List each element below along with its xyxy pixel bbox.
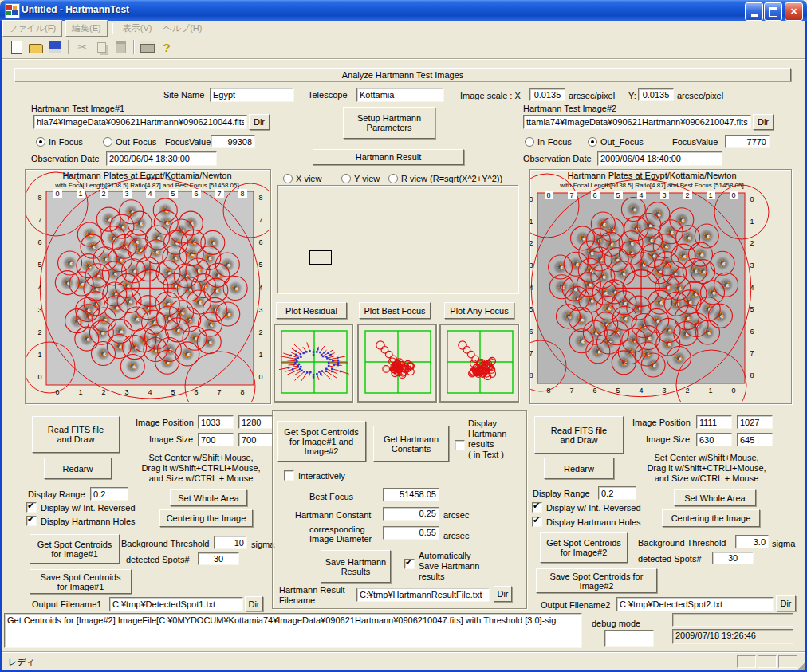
image2-focus-value-input[interactable]: [725, 135, 770, 148]
save-centroids-button-2[interactable]: Save Spot Centroids for Image#2: [536, 568, 657, 593]
svg-text:3: 3: [258, 306, 262, 314]
hartmann-image-2[interactable]: 876543210876543210012345678012345678: [530, 170, 789, 402]
redraw-button-2[interactable]: Redarw: [544, 458, 614, 479]
setup-parameters-button[interactable]: Setup Hartmann Parameters: [343, 107, 435, 139]
image2-in-focus-radio[interactable]: [525, 137, 534, 147]
redraw-button-1[interactable]: Redarw: [44, 458, 112, 479]
menu-edit[interactable]: 編集(E): [65, 20, 108, 37]
save-icon[interactable]: [45, 37, 65, 57]
hartmann-image-1[interactable]: 012345678012345678876543210876543210: [26, 170, 269, 402]
image-size-label-1: Image Size: [149, 434, 193, 444]
image2-path-input[interactable]: [523, 115, 751, 129]
image1-in-focus-label: In-Focus: [49, 137, 83, 147]
svg-text:3: 3: [124, 388, 128, 396]
svg-text:6: 6: [194, 388, 198, 396]
image-position-x-2[interactable]: [696, 415, 732, 429]
help-icon[interactable]: ?: [157, 37, 176, 57]
new-document-icon[interactable]: [7, 37, 26, 57]
image2-out-focus-radio[interactable]: [588, 137, 597, 147]
image1-obs-date-input[interactable]: [106, 151, 217, 166]
image1-focus-value-input[interactable]: [211, 135, 255, 148]
background-threshold-input-2[interactable]: [735, 535, 769, 548]
save-centroids-button-1[interactable]: Save Spot Centroids for Image#1: [30, 569, 132, 594]
int-reversed-checkbox-1[interactable]: ✔: [26, 502, 37, 513]
svg-text:8: 8: [240, 190, 244, 198]
y-view-radio[interactable]: [341, 174, 351, 183]
image-size-w-1[interactable]: [198, 433, 234, 446]
display-range-input-1[interactable]: [90, 487, 128, 501]
hartmann-holes-checkbox-1[interactable]: ✔: [26, 516, 37, 526]
scale-x-input[interactable]: [529, 88, 565, 101]
image-position-y-2[interactable]: [737, 415, 773, 429]
svg-text:4: 4: [148, 388, 152, 396]
svg-text:0: 0: [530, 195, 533, 203]
display-results-checkbox[interactable]: [455, 440, 465, 450]
x-view-radio[interactable]: [283, 174, 293, 183]
output2-dir-button[interactable]: Dir: [776, 595, 796, 611]
site-name-input[interactable]: [210, 88, 294, 102]
image-position-y-1[interactable]: [238, 415, 274, 429]
image-size-h-1[interactable]: [238, 433, 274, 446]
debug-mode-label: debug mode: [592, 619, 640, 628]
r-view-radio[interactable]: [388, 174, 398, 183]
centering-button-2[interactable]: Centering the Image: [662, 509, 760, 527]
svg-text:8: 8: [37, 194, 41, 202]
output-filename2-input[interactable]: [616, 597, 774, 611]
analyze-header-button[interactable]: Analyze Hartmann Test Images: [14, 68, 791, 81]
output-filename1-input[interactable]: [109, 597, 243, 611]
menu-help[interactable]: ヘルプ(H): [157, 21, 207, 36]
log-output[interactable]: Get Centroids for [Image#2] ImageFile[C:…: [4, 613, 582, 648]
interactively-checkbox[interactable]: [284, 470, 294, 481]
get-centroids-button-2[interactable]: Get Spot Centroids for Image#2: [540, 532, 628, 563]
image1-in-focus-radio[interactable]: [36, 137, 45, 147]
svg-text:7: 7: [569, 191, 573, 199]
resize-grip[interactable]: [797, 662, 805, 670]
image1-out-focus-radio[interactable]: [103, 137, 112, 147]
output1-dir-button[interactable]: Dir: [245, 596, 263, 611]
read-fits-button-1[interactable]: Read FITS file and Draw: [32, 416, 120, 453]
menu-view[interactable]: 表示(V): [117, 21, 158, 36]
read-fits-button-2[interactable]: Read FITS file and Draw: [534, 416, 624, 454]
get-both-centroids-button[interactable]: Get Spot Centroids for Image#1 and Image…: [277, 421, 366, 462]
hartmann-result-button[interactable]: Hartmann Result: [313, 149, 464, 165]
debug-mode-input[interactable]: [604, 630, 654, 647]
scale-y-input[interactable]: [638, 88, 674, 101]
window-left-border: [0, 21, 2, 672]
hartmann-holes-checkbox-2[interactable]: ✔: [532, 517, 542, 527]
open-folder-icon[interactable]: [26, 37, 45, 57]
image-position-x-1[interactable]: [198, 415, 234, 429]
telescope-input[interactable]: [356, 88, 444, 102]
title-bar[interactable]: Untitled - HartmannTest ✕: [0, 0, 807, 21]
toolbar-divider: [2, 58, 805, 60]
int-reversed-checkbox-2[interactable]: ✔: [532, 502, 542, 513]
cut-icon[interactable]: ✂: [73, 37, 92, 57]
best-focus-label: Best Focus: [309, 492, 353, 501]
image1-path-input[interactable]: [33, 115, 247, 129]
result-file-dir-button[interactable]: Dir: [494, 586, 512, 602]
save-hartmann-results-button[interactable]: Save Hartmann Results: [321, 550, 391, 583]
image-size-h-2[interactable]: [737, 433, 773, 446]
plot-any-focus-button[interactable]: Plot Any Focus: [444, 302, 514, 319]
result-filename-input[interactable]: [356, 588, 490, 602]
minimize-button[interactable]: [745, 2, 763, 21]
image2-obs-date-input[interactable]: [597, 151, 722, 166]
plot-best-focus-button[interactable]: Plot Best Focus: [359, 302, 431, 319]
print-icon[interactable]: [138, 37, 157, 57]
plot-residual-button[interactable]: Plot Residual: [276, 302, 347, 319]
get-centroids-button-1[interactable]: Get Spot Centroids for Image#1: [30, 534, 120, 564]
image1-dir-button[interactable]: Dir: [249, 114, 270, 130]
get-hartmann-constants-button[interactable]: Get Hartmann Constants: [373, 426, 449, 462]
maximize-button[interactable]: [764, 2, 782, 21]
auto-save-checkbox[interactable]: ✔: [404, 559, 415, 569]
centering-button-1[interactable]: Centering the Image: [159, 509, 253, 527]
image2-dir-button[interactable]: Dir: [753, 114, 774, 130]
image-size-w-2[interactable]: [696, 433, 732, 446]
set-whole-area-button-1[interactable]: Set Whole Area: [170, 489, 247, 506]
set-whole-area-button-2[interactable]: Set Whole Area: [674, 489, 756, 506]
paste-icon[interactable]: [111, 37, 130, 57]
display-range-input-2[interactable]: [598, 486, 636, 500]
menu-file[interactable]: ファイル(F): [2, 20, 62, 37]
background-threshold-input-1[interactable]: [214, 536, 247, 549]
close-button[interactable]: ✕: [785, 2, 803, 21]
copy-icon[interactable]: [92, 37, 111, 57]
